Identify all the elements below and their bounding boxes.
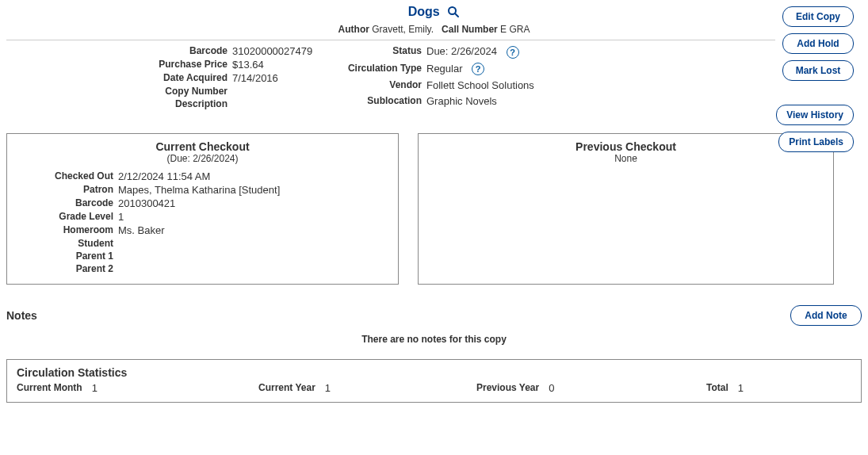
sublocation-label: Sublocation [339, 95, 426, 111]
grade-label: Grade Level [17, 211, 118, 224]
checkout-row: Current Checkout (Due: 2/26/2024) Checke… [6, 133, 862, 285]
stats-heading: Circulation Statistics [17, 366, 851, 379]
author-value: Gravett, Emily. [372, 24, 434, 35]
vendor-value: Follett School Solutions [426, 79, 617, 95]
patron-value: Mapes, Thelma Katharina [Student] [118, 184, 280, 197]
parent2-value [118, 263, 280, 276]
description-value [232, 98, 339, 111]
stat-current-month-label: Current Month [17, 382, 82, 394]
stat-current-year-label: Current Year [258, 382, 315, 394]
patron-barcode-value: 2010300421 [118, 197, 280, 211]
status-label: Status [339, 45, 426, 63]
header-area: Dogs Author Gravett, Emily. Call Number … [6, 5, 862, 111]
edit-copy-button[interactable]: Edit Copy [782, 6, 854, 27]
current-checkout-due: (Due: 2/26/2024) [17, 153, 388, 164]
parent2-label: Parent 2 [17, 263, 118, 276]
stat-total-label: Total [706, 382, 728, 394]
print-labels-button[interactable]: Print Labels [778, 132, 854, 152]
patron-barcode-label: Barcode [17, 197, 118, 211]
date-acquired-value: 7/14/2016 [232, 72, 339, 86]
previous-checkout-panel: Previous Checkout None [418, 133, 834, 285]
stat-previous-year-label: Previous Year [476, 382, 539, 394]
current-checkout-title: Current Checkout [17, 140, 388, 153]
author-label: Author [338, 24, 369, 35]
notes-empty-message: There are no notes for this copy [6, 334, 862, 345]
previous-checkout-title: Previous Checkout [428, 140, 824, 153]
title-link[interactable]: Dogs [408, 5, 440, 18]
call-number-value: E GRA [500, 24, 530, 35]
notes-header-row: Notes Add Note [6, 305, 862, 326]
patron-label: Patron [17, 184, 118, 197]
add-hold-button[interactable]: Add Hold [782, 33, 854, 54]
stat-previous-year-value: 0 [549, 382, 554, 394]
barcode-label: Barcode [6, 45, 232, 59]
parent1-label: Parent 1 [17, 250, 118, 263]
stat-current-month-value: 1 [92, 382, 98, 394]
copy-number-value [232, 86, 339, 98]
price-label: Purchase Price [6, 59, 232, 72]
details-left-col: Barcode 31020000027479 Purchase Price $1… [6, 45, 339, 111]
homeroom-label: Homeroom [17, 224, 118, 238]
view-history-button[interactable]: View History [776, 105, 854, 125]
barcode-value: 31020000027479 [232, 45, 339, 59]
grade-value: 1 [118, 211, 280, 224]
date-acquired-label: Date Acquired [6, 72, 232, 86]
sublocation-value: Graphic Novels [426, 95, 617, 111]
circ-type-value: Regular ? [426, 63, 617, 80]
circulation-stats-panel: Circulation Statistics Current Month 1 C… [6, 359, 862, 403]
checked-out-label: Checked Out [17, 170, 118, 184]
description-label: Description [6, 98, 232, 111]
call-number-label: Call Number [442, 24, 498, 35]
add-note-button[interactable]: Add Note [790, 305, 862, 326]
circ-type-label: Circulation Type [339, 63, 426, 80]
title-row: Dogs [6, 5, 862, 21]
homeroom-value: Ms. Baker [118, 224, 280, 238]
search-icon[interactable] [447, 6, 460, 21]
svg-line-1 [455, 13, 458, 17]
student-value [118, 238, 280, 250]
action-buttons: Edit Copy Add Hold Mark Lost View Histor… [776, 6, 854, 152]
parent1-value [118, 250, 280, 263]
status-value: Due: 2/26/2024 ? [426, 45, 617, 63]
subtitle-row: Author Gravett, Emily. Call Number E GRA [6, 24, 862, 35]
price-value: $13.64 [232, 59, 339, 72]
notes-heading: Notes [6, 309, 790, 322]
divider [6, 40, 775, 40]
details-grid: Barcode 31020000027479 Purchase Price $1… [6, 45, 862, 111]
details-right-col: Status Due: 2/26/2024 ? Circulation Type… [339, 45, 617, 111]
student-label: Student [17, 238, 118, 250]
checked-out-value: 2/12/2024 11:54 AM [118, 170, 280, 184]
current-checkout-panel: Current Checkout (Due: 2/26/2024) Checke… [6, 133, 399, 285]
help-icon[interactable]: ? [472, 63, 484, 75]
stat-total-value: 1 [738, 382, 744, 394]
vendor-label: Vendor [339, 79, 426, 95]
stat-current-year-value: 1 [325, 382, 331, 394]
copy-number-label: Copy Number [6, 86, 232, 98]
previous-checkout-none: None [428, 153, 824, 164]
mark-lost-button[interactable]: Mark Lost [782, 60, 854, 81]
help-icon[interactable]: ? [507, 46, 519, 59]
